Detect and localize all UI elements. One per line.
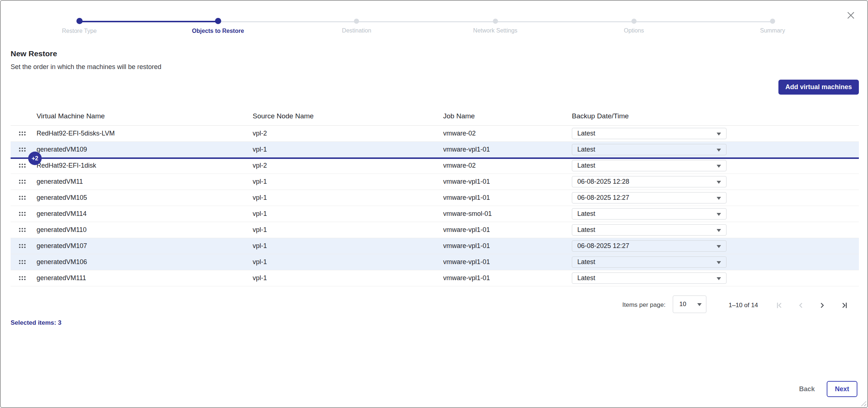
job-name-cell: vmware-vpl1-01 — [443, 274, 572, 282]
table-row[interactable]: RedHat92-EFI-1disk vpl-2 vmware-02 Lates… — [11, 158, 859, 174]
step-label: Network Settings — [473, 27, 517, 34]
page-subtitle: Set the order in which the machines will… — [11, 63, 161, 71]
job-name-cell: vmware-02 — [443, 162, 572, 169]
table-row[interactable]: generatedVM105 vpl-1 vmware-vpl1-01 06-0… — [11, 190, 859, 206]
backup-date-dropdown[interactable]: Latest — [572, 208, 727, 220]
backup-date-value: Latest — [577, 258, 595, 266]
close-icon[interactable] — [846, 11, 856, 20]
back-button[interactable]: Back — [790, 384, 823, 394]
job-name-cell: vmware-vpl1-01 — [443, 146, 572, 153]
step-label: Objects to Restore — [192, 28, 244, 34]
selected-items-summary: Selected items: 3 — [11, 319, 61, 327]
table-row[interactable]: generatedVM106 vpl-1 vmware-vpl1-01 Late… — [11, 254, 859, 270]
source-node-cell: vpl-2 — [253, 162, 443, 169]
vm-name-cell: generatedVM107 — [37, 242, 253, 250]
chevron-down-icon — [717, 133, 721, 136]
backup-date-value: Latest — [577, 226, 595, 234]
vm-name-cell: RedHat92-EFI-5disks-LVM — [37, 130, 253, 137]
drag-handle-icon[interactable] — [19, 131, 26, 136]
step-dot-icon — [215, 18, 221, 24]
backup-date-dropdown[interactable]: Latest — [572, 256, 727, 268]
chevron-down-icon — [717, 181, 721, 184]
job-name-cell: vmware-smol-01 — [443, 210, 572, 218]
last-page-icon — [841, 301, 849, 309]
items-per-page-label: Items per page: — [622, 301, 665, 309]
table-row[interactable]: generatedVM111 vpl-1 vmware-vpl1-01 Late… — [11, 270, 859, 286]
backup-date-value: Latest — [577, 274, 595, 282]
step-label: Destination — [342, 27, 371, 34]
chevron-down-icon — [697, 303, 702, 306]
table-row[interactable]: RedHat92-EFI-5disks-LVM vpl-2 vmware-02 … — [11, 126, 859, 142]
backup-date-dropdown[interactable]: Latest — [572, 160, 727, 171]
next-page-button[interactable] — [816, 299, 829, 312]
source-node-cell: vpl-1 — [253, 274, 443, 282]
source-node-cell: vpl-1 — [253, 258, 443, 266]
stepper-steps: Restore Type Objects to Restore Destinat… — [79, 18, 773, 34]
vm-name-cell: generatedVM109 — [37, 146, 253, 153]
first-page-icon — [775, 301, 783, 309]
chevron-down-icon — [717, 261, 721, 264]
backup-date-dropdown[interactable]: Latest — [572, 128, 727, 139]
source-node-cell: vpl-2 — [253, 130, 443, 137]
drag-handle-icon[interactable] — [19, 180, 26, 184]
last-page-button[interactable] — [838, 299, 851, 312]
chevron-down-icon — [717, 149, 721, 152]
new-restore-wizard: Restore Type Objects to Restore Destinat… — [0, 0, 868, 408]
backup-date-dropdown[interactable]: 06-08-2025 12:27 — [572, 192, 727, 203]
table-row[interactable]: generatedVM110 vpl-1 vmware-vpl1-01 Late… — [11, 222, 859, 238]
drag-handle-icon[interactable] — [19, 244, 26, 248]
drag-handle-icon[interactable] — [19, 164, 26, 168]
table-row[interactable]: generatedVM107 vpl-1 vmware-vpl1-01 06-0… — [11, 238, 859, 254]
add-virtual-machines-button[interactable]: Add virtual machines — [778, 80, 859, 95]
job-name-cell: vmware-02 — [443, 130, 572, 137]
column-header-job-name: Job Name — [443, 112, 572, 120]
drag-drop-indicator-line — [11, 157, 859, 159]
column-header-vm-name: Virtual Machine Name — [37, 112, 253, 120]
backup-date-dropdown[interactable]: 06-08-2025 12:27 — [572, 240, 727, 252]
step-dot-icon — [76, 18, 83, 24]
source-node-cell: vpl-1 — [253, 178, 443, 186]
drag-handle-icon[interactable] — [19, 148, 26, 152]
vm-name-cell: generatedVM114 — [37, 210, 253, 218]
vm-name-cell: RedHat92-EFI-1disk — [37, 162, 253, 169]
items-per-page-select[interactable]: 10 — [673, 295, 706, 313]
drag-handle-icon[interactable] — [19, 276, 26, 280]
backup-date-dropdown[interactable]: Latest — [572, 224, 727, 236]
next-button[interactable]: Next — [827, 381, 857, 397]
chevron-down-icon — [717, 165, 721, 168]
backup-date-dropdown[interactable]: Latest — [572, 272, 727, 284]
backup-date-dropdown[interactable]: 06-08-2025 12:28 — [572, 176, 727, 187]
source-node-cell: vpl-1 — [253, 146, 443, 153]
vm-name-cell: generatedVM111 — [37, 274, 253, 282]
drag-handle-icon[interactable] — [19, 212, 26, 216]
drag-handle-icon[interactable] — [19, 228, 26, 232]
drag-handle-icon[interactable] — [19, 196, 26, 200]
table-header-row: Virtual Machine Name Source Node Name Jo… — [11, 107, 859, 126]
backup-date-value: 06-08-2025 12:27 — [577, 242, 629, 250]
step-dot-icon — [631, 19, 637, 24]
vm-name-cell: generatedVM110 — [37, 226, 253, 234]
backup-date-dropdown[interactable]: Latest — [572, 144, 727, 155]
chevron-right-icon — [818, 301, 826, 309]
wizard-dialog: Restore Type Objects to Restore Destinat… — [0, 0, 868, 408]
source-node-cell: vpl-1 — [253, 242, 443, 250]
table-row[interactable]: generatedVM11 vpl-1 vmware-vpl1-01 06-08… — [11, 174, 859, 190]
job-name-cell: vmware-vpl1-01 — [443, 258, 572, 266]
drag-handle-icon[interactable] — [19, 260, 26, 264]
table-row[interactable]: generatedVM109 vpl-1 vmware-vpl1-01 Late… — [11, 142, 859, 158]
column-header-source-node: Source Node Name — [253, 112, 443, 120]
backup-date-value: Latest — [577, 210, 595, 218]
chevron-down-icon — [717, 229, 721, 232]
source-node-cell: vpl-1 — [253, 194, 443, 202]
job-name-cell: vmware-vpl1-01 — [443, 226, 572, 234]
previous-page-button[interactable] — [794, 299, 807, 312]
first-page-button[interactable] — [773, 299, 786, 312]
resize-grip[interactable] — [861, 401, 866, 406]
vm-name-cell: generatedVM105 — [37, 194, 253, 202]
step-label: Options — [624, 27, 644, 34]
step-dot-icon — [354, 19, 359, 24]
step-dot-icon — [770, 19, 775, 24]
items-per-page-value: 10 — [679, 301, 686, 308]
table-row[interactable]: generatedVM114 vpl-1 vmware-smol-01 Late… — [11, 206, 859, 222]
chevron-down-icon — [717, 245, 721, 248]
